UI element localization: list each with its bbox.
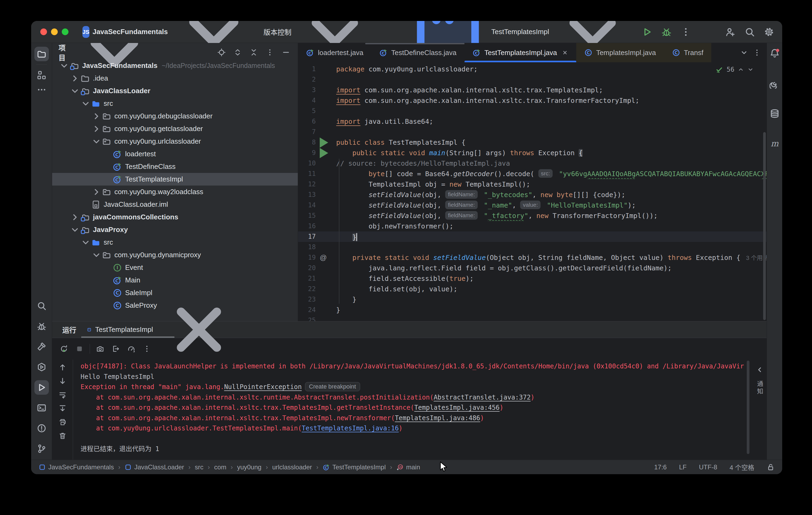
- tree-item-idea[interactable]: .idea: [52, 72, 298, 85]
- search-everywhere-button[interactable]: [745, 27, 755, 37]
- up-stack-trace-button[interactable]: [58, 363, 67, 372]
- terminal-tool-button[interactable]: [34, 401, 49, 415]
- tree-item-src[interactable]: src: [52, 236, 298, 249]
- breadcrumb-javasecfundamentals[interactable]: JavaSecFundamentals: [39, 463, 114, 471]
- notifications-handle-label[interactable]: 通知: [755, 380, 764, 396]
- editor-tab-testtemplatesimpl-java[interactable]: CTestTemplatesImpl.java: [465, 43, 576, 62]
- statusbar-caret-position[interactable]: 17:6: [654, 463, 667, 471]
- stack-trace-link[interactable]: TestTemplatesImpl.java:16: [302, 425, 399, 432]
- chevron-right-icon[interactable]: [91, 125, 102, 132]
- tree-item-testtemplatesimpl[interactable]: CTestTemplatesImpl: [52, 173, 298, 185]
- window-minimize-button[interactable]: [51, 28, 58, 35]
- tab-options-button[interactable]: [752, 47, 762, 58]
- statusbar-file-encoding[interactable]: UTF-8: [699, 463, 717, 471]
- tree-item-loadertest[interactable]: Cloadertest: [52, 148, 298, 160]
- annotation-gutter-icon[interactable]: @: [316, 252, 331, 263]
- prev-problem-button[interactable]: [737, 66, 744, 73]
- notifications-button[interactable]: [768, 47, 781, 60]
- breadcrumb-urlclassloader[interactable]: urlclassloader: [272, 463, 312, 471]
- debug-button[interactable]: [661, 27, 672, 37]
- scroll-to-end-button[interactable]: [58, 404, 67, 413]
- select-opened-file-button[interactable]: [216, 47, 227, 58]
- next-problem-button[interactable]: [747, 66, 754, 73]
- tree-item-testdefineclass[interactable]: CTestDefineClass: [52, 160, 298, 173]
- tree-item-src[interactable]: src: [52, 97, 298, 110]
- version-control-tool-button[interactable]: [34, 441, 49, 456]
- breadcrumb-main[interactable]: mmain: [397, 463, 420, 471]
- statusbar-indent-style[interactable]: 4 个空格: [730, 462, 754, 472]
- down-stack-trace-button[interactable]: [58, 376, 67, 385]
- breadcrumb-testtemplatesimpl[interactable]: CTestTemplatesImpl: [323, 463, 386, 471]
- tree-item-event[interactable]: IEvent: [52, 261, 298, 274]
- chevron-right-icon[interactable]: [91, 113, 102, 120]
- run-tab-close-icon[interactable]: [157, 288, 241, 372]
- structure-tool-button[interactable]: [34, 68, 49, 82]
- breadcrumb-javaclassloader[interactable]: JavaClassLoader: [124, 463, 184, 471]
- expand-all-button[interactable]: [232, 47, 243, 58]
- database-button[interactable]: [768, 107, 781, 120]
- collapse-all-button[interactable]: [249, 47, 259, 58]
- editor-tab-testdefineclass-java[interactable]: CTestDefineClass.java: [371, 43, 465, 62]
- maven-button[interactable]: m: [768, 138, 781, 150]
- chevron-down-icon[interactable]: [81, 239, 91, 246]
- tree-item-javaproxy[interactable]: JavaProxy: [52, 223, 298, 236]
- settings-button[interactable]: [764, 27, 774, 37]
- hide-project-panel-button[interactable]: [281, 47, 291, 58]
- breadcrumb-com[interactable]: com: [214, 463, 226, 471]
- problems-tool-button[interactable]: [34, 421, 49, 435]
- window-close-button[interactable]: [40, 28, 47, 35]
- rerun-button[interactable]: [59, 343, 69, 354]
- chevron-right-icon[interactable]: [91, 189, 102, 196]
- breadcrumb-yuy0ung[interactable]: yuy0ung: [237, 463, 262, 471]
- more-tool-windows-button[interactable]: [34, 82, 49, 97]
- tree-item-com-yuy0ung-dynamicproxy[interactable]: com.yuy0ung.dynamicproxy: [52, 249, 298, 261]
- chevron-down-icon[interactable]: [59, 62, 69, 69]
- stack-trace-link[interactable]: TemplatesImpl.java:486: [395, 414, 480, 422]
- tree-item-com-yuy0ung-getclassloader[interactable]: com.yuy0ung.getclassloader: [52, 122, 298, 135]
- tree-item-javasecfundamentals[interactable]: JavaSecFundamentals~/IdeaProjects/JavaSe…: [52, 59, 298, 72]
- stop-button[interactable]: [74, 343, 85, 354]
- chevron-down-icon[interactable]: [81, 100, 91, 107]
- chevron-right-icon[interactable]: [70, 214, 80, 221]
- debug-tool-button[interactable]: [34, 319, 49, 334]
- project-options-button[interactable]: [264, 47, 275, 58]
- project-tool-button[interactable]: [34, 47, 49, 61]
- editor-tab-transf[interactable]: CTransf: [664, 43, 712, 62]
- code-editor[interactable]: 1package com.yuy0ung.urlclassloader;23im…: [298, 62, 766, 321]
- ai-assistant-button[interactable]: [768, 77, 781, 90]
- create-breakpoint-button[interactable]: Create breakpoint: [305, 382, 360, 391]
- soft-wrap-button[interactable]: [58, 390, 67, 399]
- tree-item-com-yuy0ung-urlclassloader[interactable]: com.yuy0ung.urlclassloader: [52, 135, 298, 148]
- breadcrumb-src[interactable]: src: [195, 463, 204, 471]
- chevron-down-icon[interactable]: [91, 138, 102, 145]
- inspections-widget[interactable]: 56: [715, 65, 754, 74]
- services-tool-button[interactable]: [34, 360, 49, 374]
- code-with-me-button[interactable]: [725, 27, 735, 37]
- stack-trace-link[interactable]: NullPointerException: [224, 383, 302, 391]
- clear-console-button[interactable]: [58, 431, 67, 440]
- expand-notifications-button[interactable]: [755, 365, 764, 375]
- window-zoom-button[interactable]: [62, 28, 68, 35]
- tree-item-javacommonscollections[interactable]: javaCommonsCollections: [52, 211, 298, 223]
- editor-tab-templatesimpl-java[interactable]: CTemplatesImpl.java: [576, 43, 664, 62]
- find-tool-button[interactable]: [34, 298, 49, 313]
- run-button[interactable]: [642, 27, 652, 37]
- chevron-right-icon[interactable]: [70, 75, 80, 82]
- tree-item-main[interactable]: CMain: [52, 274, 298, 286]
- chevron-down-icon[interactable]: [70, 226, 80, 233]
- chevron-down-icon[interactable]: [91, 252, 102, 259]
- tree-item-com-yuy0ung-way2loadclass[interactable]: com.yuy0ung.way2loadclass: [52, 185, 298, 198]
- stack-trace-link[interactable]: AbstractTranslet.java:372: [434, 394, 530, 401]
- console-scrollbar[interactable]: [747, 361, 749, 454]
- editor-scrollbar[interactable]: [763, 132, 766, 320]
- tree-item-com-yuy0ung-debugclassloader[interactable]: com.yuy0ung.debugclassloader: [52, 110, 298, 122]
- tree-item-javaclassloader-iml[interactable]: JavaClassLoader.iml: [52, 198, 298, 211]
- build-tool-button[interactable]: [34, 339, 49, 354]
- file-writable-toggle[interactable]: [766, 463, 775, 471]
- tree-item-javaclassloader[interactable]: JavaClassLoader: [52, 85, 298, 97]
- print-button[interactable]: [58, 418, 67, 427]
- stack-trace-link[interactable]: TemplatesImpl.java:456: [414, 404, 500, 411]
- tab-close-icon[interactable]: [562, 49, 568, 56]
- statusbar-line-separator[interactable]: LF: [679, 463, 687, 471]
- run-tool-button[interactable]: [34, 380, 49, 395]
